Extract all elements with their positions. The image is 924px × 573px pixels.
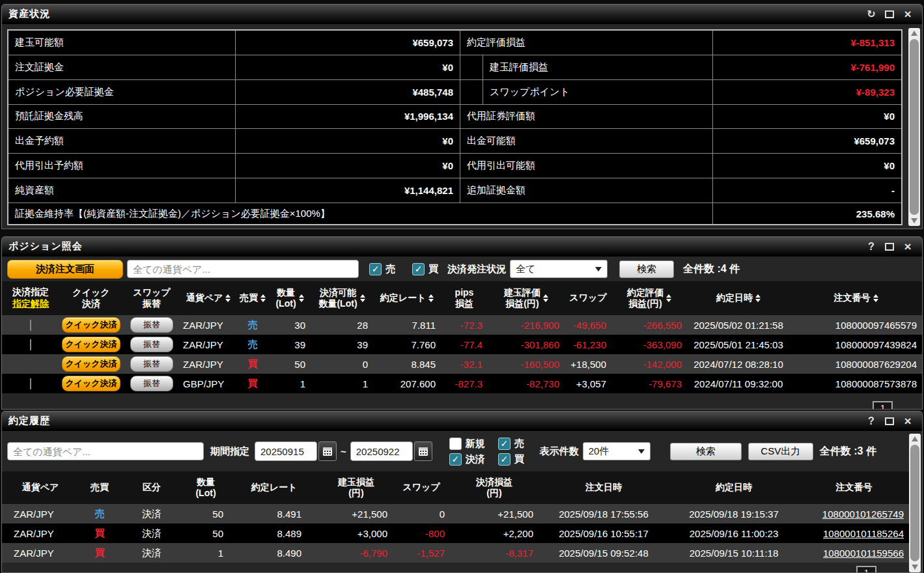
col-orderno-sort[interactable]: 注文番号 xyxy=(790,292,922,304)
new-checkbox[interactable] xyxy=(449,438,462,450)
pair-cell: ZAR/JPY xyxy=(180,320,236,331)
position-row: クイック決済 振替 ZAR/JPY 売 30 28 7.811 -72.3 -2… xyxy=(2,315,922,335)
col-rate-sort[interactable]: 約定レート xyxy=(373,292,441,304)
assets-panel-title: 資産状況 xyxy=(8,8,50,20)
display-count-select[interactable]: 20件 xyxy=(583,442,651,460)
positions-total-count: 全件数 :4 件 xyxy=(683,262,740,276)
settle-clear-link[interactable]: 指定解除 xyxy=(12,298,49,310)
scroll-up-icon[interactable] xyxy=(912,436,918,441)
asset-value: ¥-89,323 xyxy=(713,80,901,104)
pagination-page-1[interactable]: 1 xyxy=(873,401,893,410)
col-kubun: 区分 xyxy=(120,482,183,494)
header-label: 約定日時 xyxy=(716,482,752,494)
pl-cell: -82,730 xyxy=(488,378,565,389)
col-evalpl-sort[interactable]: 約定評価 損益(円) xyxy=(611,287,687,310)
settle-checkbox[interactable] xyxy=(30,378,31,389)
header-label: 注文番号 xyxy=(836,482,873,494)
calendar-button[interactable] xyxy=(414,441,432,461)
col-quick-settle: クイック 決済 xyxy=(59,287,123,310)
display-count-value: 20件 xyxy=(589,445,609,458)
swap-cell: 0 xyxy=(393,509,450,520)
col-qty-sort[interactable]: 数量 (Lot) xyxy=(269,287,311,310)
history-scrollbar[interactable] xyxy=(909,434,921,572)
restore-window-icon[interactable] xyxy=(885,10,894,18)
col-pl-sort[interactable]: 建玉評価 損益(円) xyxy=(488,287,565,310)
restore-window-icon[interactable] xyxy=(885,243,894,251)
date-to-input[interactable] xyxy=(350,441,413,461)
pips-cell: -827.3 xyxy=(441,378,488,389)
col-swap-transfer: スワップ 振替 xyxy=(123,287,180,310)
buy-checkbox[interactable] xyxy=(498,453,511,466)
pair-filter-input[interactable] xyxy=(127,260,359,278)
positions-panel-title: ポジション照会 xyxy=(8,240,83,253)
asset-label: 約定評価損益 xyxy=(460,31,712,55)
scrollbar-thumb[interactable] xyxy=(910,445,919,561)
csv-export-button[interactable]: CSV出力 xyxy=(748,443,813,460)
closable-cell: 1 xyxy=(311,378,373,389)
sort-icon xyxy=(428,294,434,302)
settle-checkbox[interactable] xyxy=(30,339,31,350)
search-button[interactable]: 検索 xyxy=(619,260,674,278)
sell-checkbox-label: 売 xyxy=(385,263,395,275)
pair-filter-input[interactable] xyxy=(7,442,204,460)
pair-cell: ZAR/JPY xyxy=(180,339,236,350)
rate-cell: 7.811 xyxy=(373,320,441,331)
col-side-sort[interactable]: 売買 xyxy=(236,292,269,304)
restore-window-icon[interactable] xyxy=(885,417,894,425)
scroll-down-icon[interactable] xyxy=(912,565,918,570)
quick-settle-button[interactable]: クイック決済 xyxy=(62,356,120,372)
position-row: クイック決済 振替 ZAR/JPY 買 50 0 8.845 -32.1 -16… xyxy=(2,354,922,374)
quick-settle-button[interactable]: クイック決済 xyxy=(62,376,120,391)
pagination-page-1[interactable]: 1 xyxy=(856,566,876,573)
help-icon[interactable]: ? xyxy=(863,412,879,430)
header-label: スワップ xyxy=(569,292,606,304)
order-no-link[interactable]: 108000101159566 xyxy=(799,548,909,559)
help-icon[interactable]: ? xyxy=(863,238,879,256)
pl-cell: +21,500 xyxy=(320,509,393,520)
datetime-cell: 2025/05/02 01:21:58 xyxy=(687,320,790,331)
sell-checkbox[interactable] xyxy=(369,263,382,275)
datetime-cell: 2024/07/11 09:32:00 xyxy=(687,378,790,389)
history-row: ZAR/JPY 買 決済 50 8.489 +3,000 -800 +2,200… xyxy=(2,524,909,543)
scroll-up-icon[interactable] xyxy=(911,31,917,36)
swap-transfer-button[interactable]: 振替 xyxy=(130,317,173,333)
search-button[interactable]: 検索 xyxy=(670,443,742,460)
order-dt-cell: 2025/09/15 09:52:48 xyxy=(539,548,669,559)
quick-settle-button[interactable]: クイック決済 xyxy=(62,337,120,352)
settle-checkbox[interactable] xyxy=(30,320,31,331)
calendar-button[interactable] xyxy=(318,441,337,461)
close-icon[interactable]: × xyxy=(900,5,916,23)
date-from-input[interactable] xyxy=(255,441,317,461)
calendar-icon xyxy=(322,446,333,456)
order-status-select[interactable]: 全て xyxy=(510,260,608,278)
col-datetime-sort[interactable]: 約定日時 xyxy=(687,292,790,304)
swap-transfer-button[interactable]: 振替 xyxy=(130,376,173,391)
sort-icon xyxy=(225,294,231,302)
col-pair-sort[interactable]: 通貨ペア xyxy=(180,292,236,304)
close-icon[interactable]: × xyxy=(900,412,916,430)
pair-cell: ZAR/JPY xyxy=(2,509,79,520)
asset-label: 出金可能額 xyxy=(460,129,712,153)
qty-cell: 30 xyxy=(269,320,311,331)
order-no-link[interactable]: 108000101265749 xyxy=(799,509,909,520)
settle-checkbox[interactable] xyxy=(449,453,462,466)
order-no-link[interactable]: 108000101185264 xyxy=(799,528,909,539)
col-closable-sort[interactable]: 決済可能 数量(Lot) xyxy=(311,287,373,310)
refresh-icon[interactable]: ↻ xyxy=(863,5,879,23)
closable-cell: 0 xyxy=(311,359,373,370)
swap-cell: -800 xyxy=(393,528,450,539)
close-icon[interactable]: × xyxy=(900,238,916,256)
swap-transfer-button[interactable]: 振替 xyxy=(130,337,173,352)
sell-checkbox[interactable] xyxy=(498,438,511,450)
swap-cell: -1,527 xyxy=(393,548,450,559)
swap-transfer-button[interactable]: 振替 xyxy=(130,356,173,372)
header-label: 区分 xyxy=(143,482,161,494)
pips-cell: -72.3 xyxy=(441,320,488,331)
assets-scrollbar[interactable] xyxy=(908,28,920,226)
buy-checkbox[interactable] xyxy=(412,263,425,275)
closable-cell: 39 xyxy=(311,339,373,350)
scrollbar-thumb[interactable] xyxy=(910,39,919,215)
quick-settle-button[interactable]: クイック決済 xyxy=(62,317,120,333)
settle-order-screen-button[interactable]: 決済注文画面 xyxy=(7,260,123,279)
scroll-down-icon[interactable] xyxy=(911,218,917,223)
